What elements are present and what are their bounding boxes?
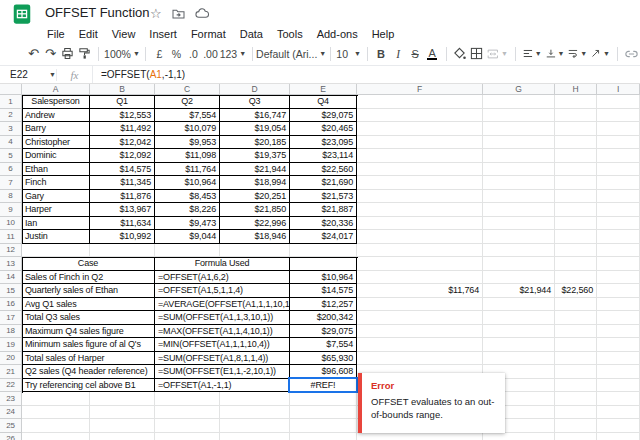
column-header-C[interactable]: C (155, 84, 220, 95)
row-header-6[interactable]: 6 (0, 163, 22, 177)
cell[interactable]: Dominic (22, 149, 90, 163)
font-select[interactable]: Default (Ari...▼ (258, 45, 325, 63)
cell[interactable] (357, 149, 483, 163)
text-wrap-icon[interactable]: ▼ (566, 45, 589, 63)
cell[interactable]: Minimum sales figure of al Q's (22, 338, 155, 352)
cell[interactable]: =SUM(OFFSET(A1,8,1,1,4)) (155, 352, 290, 366)
cell[interactable] (555, 203, 597, 217)
cell[interactable]: $65,930 (290, 352, 357, 366)
cell[interactable]: Sales of Finch in Q2 (22, 271, 155, 285)
row-header-23[interactable]: 23 (0, 392, 22, 406)
insert-link-icon[interactable] (623, 45, 640, 63)
cell[interactable]: =SUM(OFFSET(A1,1,3,10,1)) (155, 311, 290, 325)
row-header-9[interactable]: 9 (0, 203, 22, 217)
row-header-25[interactable]: 25 (0, 419, 22, 433)
cell[interactable]: $20,465 (290, 122, 357, 136)
cell[interactable] (90, 244, 155, 258)
cell[interactable] (22, 433, 90, 440)
cell[interactable] (220, 392, 290, 406)
cell[interactable]: Salesperson (22, 95, 90, 109)
cell[interactable] (597, 271, 640, 285)
cell[interactable] (483, 298, 555, 312)
cell[interactable] (597, 406, 640, 420)
cell[interactable] (483, 433, 555, 440)
row-header-24[interactable]: 24 (0, 406, 22, 420)
row-header-11[interactable]: 11 (0, 230, 22, 244)
cell[interactable] (483, 217, 555, 231)
cell[interactable] (357, 338, 483, 352)
cell[interactable] (483, 352, 555, 366)
cell[interactable]: $22,560 (290, 163, 357, 177)
cell[interactable] (597, 217, 640, 231)
grid-corner-cell[interactable] (0, 84, 22, 95)
cell[interactable] (22, 406, 90, 420)
cell[interactable]: $11,492 (90, 122, 155, 136)
cell[interactable]: $21,887 (290, 203, 357, 217)
column-header-E[interactable]: E (290, 84, 357, 95)
cell[interactable]: $11,345 (90, 176, 155, 190)
cell[interactable] (357, 95, 483, 109)
cell[interactable]: $9,953 (155, 136, 220, 150)
cell[interactable] (597, 122, 640, 136)
cell[interactable] (555, 433, 597, 440)
cell[interactable] (555, 352, 597, 366)
cell[interactable]: Q1 (90, 95, 155, 109)
cell[interactable]: Justin (22, 230, 90, 244)
merge-cells-icon[interactable]: ▼ (485, 45, 510, 63)
cell[interactable] (597, 176, 640, 190)
cell[interactable] (555, 230, 597, 244)
cell[interactable] (357, 230, 483, 244)
star-icon[interactable]: ☆ (150, 6, 162, 21)
menu-edit[interactable]: Edit (72, 28, 105, 40)
cell[interactable]: $11,764 (155, 163, 220, 177)
cell[interactable] (555, 406, 597, 420)
row-header-20[interactable]: 20 (0, 352, 22, 366)
cell[interactable]: $10,992 (90, 230, 155, 244)
cell[interactable] (155, 244, 220, 258)
cell[interactable]: $20,251 (220, 190, 290, 204)
cell[interactable] (597, 419, 640, 433)
menu-addons[interactable]: Add-ons (310, 28, 365, 40)
document-title[interactable]: OFFSET Function (45, 5, 150, 20)
cell[interactable] (290, 406, 357, 420)
cell[interactable]: $200,342 (290, 311, 357, 325)
formula-input[interactable]: =OFFSET(A1,-1,1) (92, 66, 185, 83)
cell[interactable] (597, 365, 640, 379)
move-folder-icon[interactable] (172, 8, 185, 19)
cell[interactable] (483, 311, 555, 325)
row-header-13[interactable]: 13 (0, 257, 22, 271)
cell[interactable] (555, 95, 597, 109)
cell[interactable] (597, 149, 640, 163)
cell[interactable] (555, 109, 597, 123)
cell[interactable]: $21,573 (290, 190, 357, 204)
cell[interactable]: =MAX(OFFSET(A1,1,4,10,1)) (155, 325, 290, 339)
cell[interactable] (597, 244, 640, 258)
cell[interactable]: Christopher (22, 136, 90, 150)
cell[interactable]: $14,575 (290, 284, 357, 298)
cell[interactable] (555, 338, 597, 352)
column-header-B[interactable]: B (90, 84, 155, 95)
cell[interactable] (220, 406, 290, 420)
cell[interactable] (357, 244, 483, 258)
cell[interactable] (555, 244, 597, 258)
cell[interactable] (220, 433, 290, 440)
cell[interactable] (357, 136, 483, 150)
cell[interactable]: $11,098 (155, 149, 220, 163)
menu-format[interactable]: Format (184, 28, 233, 40)
cell[interactable]: =MIN(OFFSET(A1,1,1,10,4)) (155, 338, 290, 352)
cell[interactable]: Try referencing cel above B1 (22, 379, 155, 393)
cell[interactable] (483, 257, 555, 271)
cell[interactable] (483, 338, 555, 352)
cell[interactable] (483, 122, 555, 136)
cell[interactable] (290, 257, 357, 271)
cell[interactable]: $7,554 (155, 109, 220, 123)
cell[interactable] (555, 365, 597, 379)
cell[interactable] (357, 190, 483, 204)
borders-icon[interactable] (468, 45, 485, 63)
cell[interactable]: Maximum Q4 sales figure (22, 325, 155, 339)
cell[interactable]: =SUM(OFFSET(E1,1,-2,10,1)) (155, 365, 290, 379)
row-header-3[interactable]: 3 (0, 122, 22, 136)
cell[interactable] (555, 136, 597, 150)
cell[interactable] (597, 203, 640, 217)
cell[interactable] (290, 244, 357, 258)
